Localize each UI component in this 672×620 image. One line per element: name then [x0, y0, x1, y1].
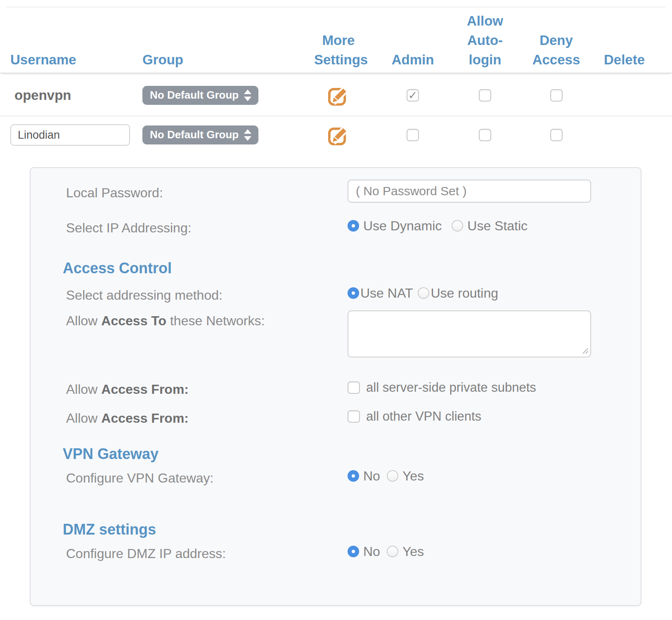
admin-cell: ✓: [376, 129, 450, 141]
vpn-gateway-no-radio[interactable]: [348, 470, 359, 482]
settings-panel: Local Password: Select IP Addressing: Us…: [30, 167, 641, 606]
more-settings-button[interactable]: [327, 123, 350, 147]
use-routing-label: Use routing: [431, 286, 498, 301]
username-text: openvpn: [10, 88, 71, 103]
group-select[interactable]: No Default Group: [142, 125, 258, 144]
header-more-settings: More Settings: [301, 31, 376, 70]
group-cell: No Default Group: [142, 125, 301, 144]
autologin-checkbox[interactable]: ✓: [479, 129, 491, 141]
use-dynamic-label: Use Dynamic: [363, 218, 442, 234]
header-admin: Admin: [376, 50, 450, 70]
vpn-gateway-yes-radio[interactable]: [387, 470, 398, 482]
use-static-radio[interactable]: [452, 220, 463, 232]
edit-icon: [327, 84, 350, 107]
edit-icon: [327, 123, 350, 147]
local-password-label: Local Password:: [66, 185, 163, 201]
deny-cell: ✓: [520, 129, 592, 141]
group-cell: No Default Group: [142, 86, 301, 105]
access-from-label: Allow Access From:: [66, 411, 189, 426]
user-row-new: No Default Group ✓ ✓: [0, 117, 672, 153]
deny-checkbox[interactable]: ✓: [550, 89, 563, 102]
server-subnets-label: all server-side private subnets: [366, 380, 536, 395]
deny-checkbox[interactable]: ✓: [550, 129, 563, 141]
use-routing-radio[interactable]: [418, 287, 429, 299]
use-static-label: Use Static: [467, 218, 528, 234]
dmz-settings-heading: DMZ settings: [63, 521, 156, 538]
addressing-method-label: Select addressing method:: [66, 288, 222, 303]
user-row-openvpn: openvpn No Default Group ✓: [0, 75, 672, 116]
dmz-no-radio[interactable]: [348, 546, 359, 557]
check-icon: ✓: [408, 90, 418, 101]
access-to-textarea[interactable]: [348, 310, 591, 357]
access-from-field: ✓ all other VPN clients: [348, 408, 481, 425]
vpn-gateway-no-label: No: [363, 469, 380, 484]
autologin-checkbox[interactable]: ✓: [479, 89, 491, 102]
header-allow-autologin: Allow Auto-login: [450, 12, 520, 70]
more-settings-cell: [301, 84, 376, 107]
server-subnets-checkbox[interactable]: ✓: [348, 381, 360, 394]
dmz-options: No Yes: [348, 542, 424, 561]
updown-arrows-icon: [244, 129, 252, 141]
more-settings-cell: [301, 123, 376, 147]
access-from-label: Allow Access From:: [66, 382, 189, 397]
vpn-gateway-yes-label: Yes: [402, 469, 424, 484]
autologin-cell: ✓: [450, 129, 520, 141]
configure-vpn-gateway-label: Configure VPN Gateway:: [66, 471, 214, 486]
access-to-field: [348, 310, 591, 357]
header-username: Username: [10, 50, 142, 70]
dmz-yes-radio[interactable]: [387, 546, 398, 557]
local-password-input[interactable]: [348, 180, 591, 203]
table-header-row: Username Group More Settings Admin Allow…: [0, 12, 672, 73]
header-deny-access: Deny Access: [520, 31, 592, 70]
vpn-clients-label: all other VPN clients: [366, 409, 481, 424]
dmz-yes-label: Yes: [402, 544, 424, 559]
group-select-label: No Default Group: [150, 128, 239, 141]
more-settings-button[interactable]: [327, 84, 350, 107]
group-select[interactable]: No Default Group: [142, 86, 258, 105]
user-permissions-screen: Username Group More Settings Admin Allow…: [0, 0, 672, 620]
access-control-heading: Access Control: [63, 260, 172, 277]
username-cell: [10, 124, 142, 146]
use-dynamic-radio[interactable]: [348, 220, 359, 232]
admin-checkbox[interactable]: ✓: [407, 89, 419, 102]
top-divider: [6, 7, 665, 7]
access-to-label: Allow Access To these Networks:: [66, 313, 265, 329]
ip-addressing-options: Use Dynamic Use Static: [348, 217, 528, 235]
use-nat-radio[interactable]: [348, 287, 359, 299]
ip-addressing-label: Select IP Addressing:: [66, 220, 192, 236]
deny-cell: ✓: [520, 89, 592, 102]
use-nat-label: Use NAT: [360, 286, 413, 301]
username-cell: openvpn: [10, 88, 142, 103]
group-select-label: No Default Group: [150, 89, 239, 102]
vpn-gateway-options: No Yes: [348, 467, 424, 485]
dmz-no-label: No: [363, 544, 380, 559]
addressing-method-options: Use NAT Use routing: [348, 284, 498, 302]
access-from-field: ✓ all server-side private subnets: [348, 379, 536, 396]
updown-arrows-icon: [244, 89, 252, 102]
header-delete: Delete: [592, 50, 656, 70]
username-input[interactable]: [10, 124, 130, 146]
configure-dmz-label: Configure DMZ IP address:: [66, 546, 226, 561]
vpn-clients-checkbox[interactable]: ✓: [348, 410, 360, 423]
admin-checkbox[interactable]: ✓: [407, 129, 419, 141]
vpn-gateway-heading: VPN Gateway: [63, 445, 159, 463]
admin-cell: ✓: [376, 89, 450, 102]
autologin-cell: ✓: [450, 89, 520, 102]
header-group: Group: [142, 50, 301, 70]
